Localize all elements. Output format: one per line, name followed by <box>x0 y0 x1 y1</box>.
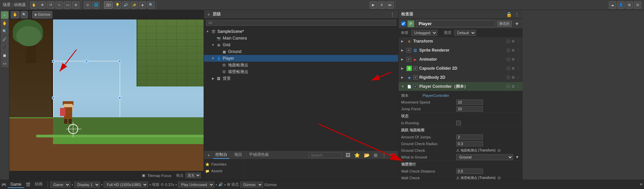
animator-header[interactable]: ▶ ✓ ▶ Animator ⓘ ⚙ ⋮ <box>398 55 523 64</box>
tag-select[interactable]: Untagged <box>411 30 437 36</box>
transform-info-icon[interactable]: ⓘ <box>506 39 510 44</box>
scene-tool-hand[interactable]: ✋ <box>11 11 19 18</box>
rect-tool-btn[interactable]: ▭ <box>64 1 71 9</box>
jump-force-input[interactable] <box>456 106 483 112</box>
animator-settings[interactable]: ⚙ <box>512 57 515 62</box>
rigidbody-menu[interactable]: ⋮ <box>516 75 520 80</box>
hier-item-ground[interactable]: ▶ ▦ Ground <box>204 48 398 55</box>
object-active-checkbox[interactable] <box>401 21 406 26</box>
audio-btn[interactable]: 🔊 <box>122 1 129 9</box>
favorites-item[interactable]: ⭐ Favorites <box>204 161 244 168</box>
sprite-renderer-menu[interactable]: ⋮ <box>516 48 520 53</box>
animator-info[interactable]: ⓘ <box>506 57 510 62</box>
movement-speed-input[interactable] <box>456 100 483 105</box>
capsule-menu[interactable]: ⋮ <box>516 66 520 71</box>
2d-mode-btn[interactable]: 2D <box>104 1 113 9</box>
search-btn[interactable]: 🔍 <box>147 1 155 9</box>
collab-btn[interactable]: ☁ <box>609 1 616 9</box>
sprite-renderer-settings[interactable]: ⚙ <box>512 48 515 53</box>
pause-btn[interactable]: ⏸ <box>378 1 385 9</box>
static-dropdown-btn[interactable]: ▼ <box>514 21 520 26</box>
move-tool-btn[interactable]: ✥ <box>39 1 46 9</box>
game-mode-select[interactable]: Game <box>50 182 70 188</box>
display-select[interactable]: Display 1 <box>74 182 100 188</box>
console-add-btn[interactable]: + <box>207 152 211 158</box>
hier-item-maincamera[interactable]: ▶ 📷 Main Camera <box>204 35 398 42</box>
sprite-renderer-info[interactable]: ⓘ <box>506 48 510 53</box>
layer-select[interactable]: Default <box>454 30 476 36</box>
rotate-tool-btn[interactable]: ↺ <box>47 1 54 9</box>
capsule-check[interactable]: ✓ <box>413 66 418 71</box>
hier-item-samplescene[interactable]: ▼ 🎬 SampleScene* <box>204 28 398 35</box>
global-btn[interactable]: 🌐 <box>92 1 100 9</box>
eraser-tool[interactable]: ⬛ <box>1 44 8 51</box>
hand-tool[interactable]: ✋ <box>1 19 8 27</box>
console-search-input[interactable] <box>309 152 342 158</box>
hier-item-player[interactable]: ▼ 👤 Player <box>204 55 398 62</box>
rigidbody-check[interactable]: ✓ <box>413 75 418 80</box>
scale-tool-btn[interactable]: ⤡ <box>55 1 63 9</box>
layers-btn[interactable]: ⊞ <box>626 1 633 9</box>
console-menu-btn[interactable]: ⋮ <box>381 152 387 158</box>
is-running-checkbox[interactable] <box>456 121 461 125</box>
tab-project[interactable]: 项目 <box>232 151 244 159</box>
transform-tool-btn[interactable]: ⊕ <box>72 1 79 9</box>
what-is-ground-select[interactable]: Ground <box>456 154 513 160</box>
rigidbody-header[interactable]: ▶ ◉ ✓ Rigidbody 2D ⓘ ⚙ ⋮ <box>398 73 523 82</box>
transform-header[interactable]: ▶ ⊕ Transform ⓘ ⚙ ⋮ <box>398 37 523 46</box>
zoom-tool[interactable]: 🔍 <box>1 27 8 35</box>
hier-item-groundcheck[interactable]: ▶ ⊙ 地面检测点 <box>204 62 398 68</box>
hierarchy-search-input[interactable] <box>206 20 396 26</box>
hierarchy-menu-btn[interactable]: ⋮ <box>389 12 395 17</box>
ground-check-radius-input[interactable] <box>456 141 483 146</box>
tab-console[interactable]: 控制台 <box>213 151 229 159</box>
hier-item-bg[interactable]: ▶ 🖼 背景 <box>204 75 398 82</box>
player-controller-header[interactable]: ▼ 📄 ✓ Player Controller（脚本） ⓘ ⚙ ⋮ <box>398 82 523 91</box>
tab-game[interactable]: Game <box>8 181 24 188</box>
cursor-tool[interactable]: ⊹ <box>1 11 8 19</box>
play-btn[interactable]: ▶ <box>370 1 377 9</box>
tab-tilemap[interactable]: 平铺调色板 <box>247 151 271 159</box>
rigidbody-settings[interactable]: ⚙ <box>512 75 515 80</box>
pivot-center-btn[interactable]: ⊙ <box>84 1 91 9</box>
play-unfocused-select[interactable]: Play Unfocused <box>178 182 214 188</box>
console-filter3-btn[interactable]: 📂 <box>363 152 370 158</box>
ground-check-select-btn[interactable]: ⊙ <box>497 148 501 153</box>
fx-btn[interactable]: ✨ <box>130 1 138 9</box>
transform-menu-icon[interactable]: ⋮ <box>516 39 520 44</box>
rigidbody-info[interactable]: ⓘ <box>506 75 510 80</box>
animator-check[interactable]: ✓ <box>407 57 411 62</box>
lighting-btn[interactable]: 💡 <box>114 1 121 9</box>
paint-tool[interactable]: 🖊 <box>1 36 8 43</box>
capsule-settings[interactable]: ⚙ <box>512 66 515 71</box>
hierarchy-add-btn[interactable]: + <box>207 12 211 17</box>
pc-settings[interactable]: ⚙ <box>512 84 515 89</box>
gizmos-btn[interactable]: ◈ <box>139 1 146 9</box>
pc-info[interactable]: ⓘ <box>506 84 510 89</box>
hier-item-grid[interactable]: ▼ ⊞ Grid <box>204 42 398 48</box>
layout-btn[interactable]: ⊟ <box>634 1 641 9</box>
rect-tool[interactable]: ▭ <box>1 60 8 67</box>
wall-check-select-btn[interactable]: ⊙ <box>497 176 501 180</box>
capsule-header[interactable]: ▶ 0 ✓ Capsule Collider 2D ⓘ ⚙ ⋮ <box>398 64 523 73</box>
object-name-input[interactable] <box>416 20 495 27</box>
account-btn[interactable]: 👤 <box>617 1 625 9</box>
assets-item[interactable]: 📁 Assets <box>204 168 244 174</box>
scene-search[interactable]: 🔍 <box>20 11 28 18</box>
inspector-lock-btn[interactable]: 🔒 <box>505 12 513 17</box>
pc-check[interactable]: ✓ <box>413 84 418 89</box>
hand-tool-btn[interactable]: ✋ <box>30 1 38 9</box>
wall-check-distance-input[interactable] <box>456 169 483 174</box>
static-btn[interactable]: 静态的 <box>497 21 512 27</box>
hier-item-wallcheck[interactable]: ▶ ⊙ 墙壁检测点 <box>204 68 398 75</box>
resolution-select[interactable]: Full HD (1920x1080) <box>104 182 148 188</box>
sprite-renderer-header[interactable]: ▶ ✓ 🖼 Sprite Renderer ⓘ ⚙ ⋮ <box>398 46 523 55</box>
amount-of-jumps-input[interactable] <box>456 134 483 140</box>
fill-tool[interactable]: ◼ <box>1 52 8 59</box>
what-is-ground-btn[interactable]: ▼ <box>515 155 520 160</box>
scene-gizmos[interactable]: ◈ Gizmos <box>32 11 52 18</box>
pc-menu[interactable]: ⋮ <box>516 84 520 89</box>
step-btn[interactable]: ⏭ <box>386 1 394 9</box>
console-filter4-btn[interactable]: ⊞ <box>373 152 378 158</box>
animator-menu[interactable]: ⋮ <box>516 57 520 62</box>
